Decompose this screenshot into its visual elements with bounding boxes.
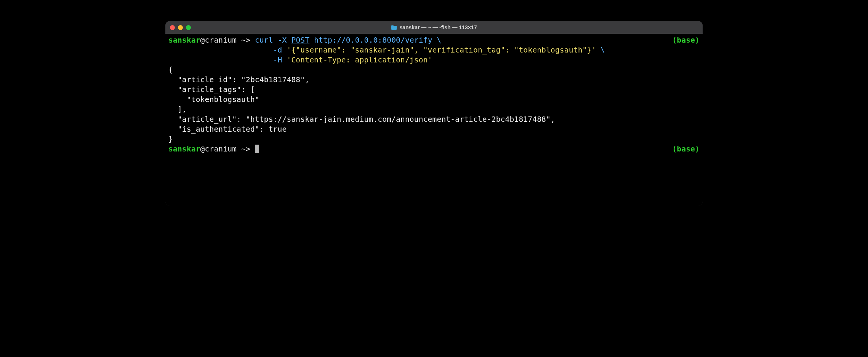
prompt-path: ~> bbox=[237, 36, 250, 45]
output-line: } bbox=[168, 134, 700, 144]
env-indicator: (base) bbox=[672, 35, 700, 45]
close-button[interactable] bbox=[170, 25, 175, 30]
env-indicator: (base) bbox=[672, 144, 700, 154]
folder-icon bbox=[391, 25, 397, 30]
cursor[interactable] bbox=[255, 145, 259, 153]
window-title-text: sanskar — ~ — -fish — 113×17 bbox=[399, 24, 477, 30]
flag-x: -X bbox=[278, 36, 287, 45]
command-name: curl bbox=[255, 36, 273, 45]
command-line-3: -H 'Content-Type: application/json' bbox=[168, 55, 700, 65]
flag-d: -d bbox=[273, 46, 282, 54]
http-method: POST bbox=[291, 36, 309, 45]
prompt-user: sanskar bbox=[168, 145, 200, 153]
minimize-button[interactable] bbox=[178, 25, 183, 30]
output-line: "article_url": "https://sanskar-jain.med… bbox=[168, 115, 700, 124]
request-header: 'Content-Type: application/json' bbox=[287, 56, 432, 64]
line-continuation: \ bbox=[437, 36, 442, 45]
output-line: ], bbox=[168, 105, 700, 115]
output-line: "article_tags": [ bbox=[168, 85, 700, 95]
line-continuation: \ bbox=[601, 46, 605, 54]
prompt-line-1: sanskar@cranium ~> curl -X POST http://0… bbox=[168, 35, 700, 45]
maximize-button[interactable] bbox=[186, 25, 191, 30]
prompt-at: @ bbox=[200, 145, 205, 153]
output-line: { bbox=[168, 65, 700, 75]
flag-h: -H bbox=[273, 56, 282, 64]
output-line: "is_authenticated": true bbox=[168, 124, 700, 134]
prompt-host: cranium bbox=[205, 36, 237, 45]
prompt-at: @ bbox=[200, 36, 205, 45]
terminal-body[interactable]: sanskar@cranium ~> curl -X POST http://0… bbox=[165, 34, 703, 206]
command-line-2: -d '{"username": "sanskar-jain", "verifi… bbox=[168, 45, 700, 55]
prompt-line-2: sanskar@cranium ~> (base) bbox=[168, 144, 700, 154]
output-line: "tokenblogsauth" bbox=[168, 95, 700, 105]
terminal-window: sanskar — ~ — -fish — 113×17 sanskar@cra… bbox=[165, 21, 703, 206]
titlebar[interactable]: sanskar — ~ — -fish — 113×17 bbox=[165, 21, 703, 34]
prompt-path: ~> bbox=[237, 145, 250, 153]
request-url: http://0.0.0.0:8000/verify bbox=[314, 36, 432, 45]
request-body: '{"username": "sanskar-jain", "verificat… bbox=[287, 46, 596, 54]
window-title: sanskar — ~ — -fish — 113×17 bbox=[165, 24, 703, 30]
output-line: "article_id": "2bc4b1817488", bbox=[168, 75, 700, 85]
traffic-lights bbox=[165, 25, 191, 30]
prompt-host: cranium bbox=[205, 145, 237, 153]
prompt-user: sanskar bbox=[168, 36, 200, 45]
